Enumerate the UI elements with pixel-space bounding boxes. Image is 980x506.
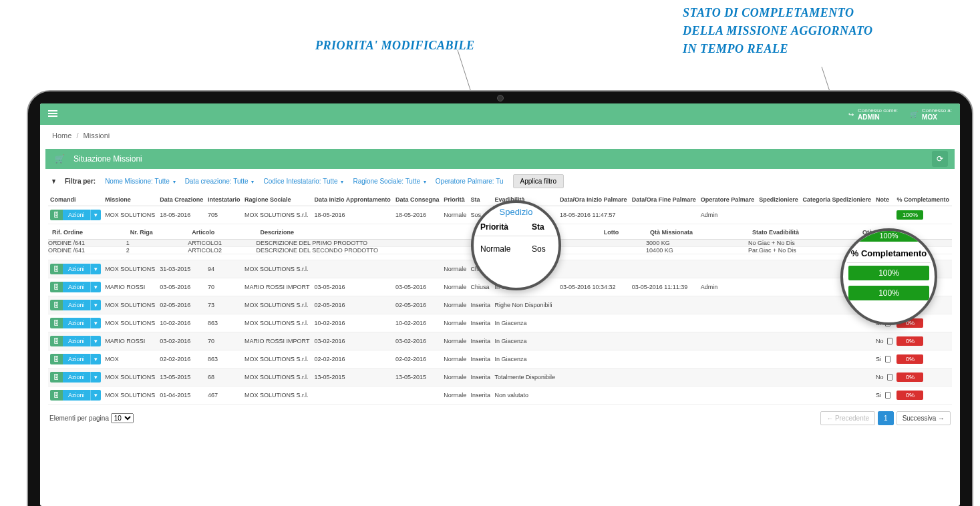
doc-icon (887, 338, 892, 344)
apply-filter-button[interactable]: Applica filtro (513, 174, 564, 188)
cell-start: 13-05-2015 (312, 368, 393, 387)
cell-catsped (800, 350, 874, 368)
archive-icon[interactable]: 🗄 (50, 390, 63, 401)
cell-priority: Normale (442, 278, 468, 296)
cell-code: 94 (206, 260, 242, 278)
cell-op (699, 350, 757, 368)
actions-caret[interactable]: ▾ (90, 372, 101, 383)
cell-date: 18-05-2016 (158, 206, 206, 224)
archive-icon[interactable]: 🗄 (50, 210, 63, 220)
dcell-ref: ORDINE /641 (48, 247, 126, 254)
dcell-art: ARTICOLO1 (188, 240, 256, 247)
filter-code[interactable]: Codice Intestatario: Tutte (263, 178, 343, 185)
dcol-lot: Lotto (600, 226, 646, 240)
cell-date: 31-03-2015 (158, 260, 206, 278)
actions-button[interactable]: Azioni (63, 282, 90, 292)
cell-pend (630, 387, 699, 405)
lens-pct-1: 100% (848, 266, 929, 280)
archive-icon[interactable]: 🗄 (50, 300, 63, 310)
actions-button[interactable]: Azioni (63, 210, 90, 220)
laptop-frame: ↪ Connesso come: ADMIN 🛒 Connesso a: MOX (27, 90, 973, 506)
col-intestatario: Intestatario (206, 194, 242, 206)
cell-code: 70 (206, 332, 242, 350)
filter-ragione[interactable]: Ragione Sociale: Tutte (353, 178, 426, 185)
archive-icon[interactable]: 🗄 (50, 372, 63, 383)
col-data-creazione: Data Creazione (158, 194, 206, 206)
cell-pend (630, 260, 699, 278)
row-actions[interactable]: 🗄 Azioni ▾ (50, 372, 101, 383)
cell-ragione: MOX SOLUTIONS S.r.l. (242, 296, 312, 314)
connection-button[interactable]: 🛒 Connesso a: MOX (910, 107, 952, 121)
cell-pstart: 03-05-2016 10:34:32 (558, 278, 630, 296)
cell-code: 863 (206, 314, 242, 332)
row-actions[interactable]: 🗄 Azioni ▾ (50, 390, 101, 401)
cell-date: 10-02-2016 (158, 314, 206, 332)
actions-button[interactable]: Azioni (63, 354, 90, 364)
row-actions[interactable]: 🗄 Azioni ▾ (50, 282, 101, 292)
col-palmare-start: Data/Ora Inizio Palmare (558, 194, 630, 206)
panel-header: 🛒 Situazione Missioni ⟳ (45, 149, 955, 169)
col-comandi: Comandi (48, 194, 103, 206)
cell-priority: Normale (442, 387, 468, 405)
actions-button[interactable]: Azioni (63, 372, 90, 383)
archive-icon[interactable]: 🗄 (50, 318, 63, 328)
cell-mission: MOX SOLUTIONS (103, 206, 158, 224)
actions-caret[interactable]: ▾ (90, 210, 101, 220)
cell-pstart (558, 260, 630, 278)
lens-val-state: Sos (532, 244, 552, 254)
col-ragione: Ragione Sociale (242, 194, 312, 206)
lens-val-priority: Normale (480, 244, 532, 254)
cell-code: 863 (206, 350, 242, 368)
row-actions[interactable]: 🗄 Azioni ▾ (50, 264, 101, 274)
actions-caret[interactable]: ▾ (90, 264, 101, 274)
cell-pstart (558, 296, 630, 314)
actions-button[interactable]: Azioni (63, 336, 90, 346)
actions-button[interactable]: Azioni (63, 318, 90, 328)
actions-button[interactable]: Azioni (63, 264, 90, 274)
actions-caret[interactable]: ▾ (90, 282, 101, 292)
cell-priority: Normale (442, 314, 468, 332)
actions-caret[interactable]: ▾ (90, 336, 101, 346)
actions-caret[interactable]: ▾ (90, 390, 101, 401)
cell-op (699, 296, 757, 314)
archive-icon[interactable]: 🗄 (50, 264, 63, 274)
dcol-qm: Qtà Missionata (646, 226, 748, 240)
next-page-button[interactable]: Successiva → (896, 411, 951, 425)
cell-start: 18-05-2016 (312, 206, 393, 224)
cell-op (699, 260, 757, 278)
row-actions[interactable]: 🗄 Azioni ▾ (50, 318, 101, 328)
actions-caret[interactable]: ▾ (90, 318, 101, 328)
actions-caret[interactable]: ▾ (90, 354, 101, 364)
actions-button[interactable]: Azioni (63, 300, 90, 310)
dcell-art: ARTICOLO2 (188, 247, 256, 254)
menu-button[interactable] (48, 109, 61, 119)
refresh-button[interactable]: ⟳ (932, 151, 948, 167)
per-page-label: Elementi per pagina (49, 415, 109, 422)
logout-button[interactable]: ↪ Connesso come: ADMIN (848, 107, 898, 121)
archive-icon[interactable]: 🗄 (50, 336, 63, 346)
cell-pstart (558, 368, 630, 387)
hamburger-icon (48, 109, 57, 118)
cell-ragione: MARIO ROSSI IMPORT (242, 278, 312, 296)
filter-creation-date[interactable]: Data creazione: Tutte (185, 178, 255, 185)
actions-button[interactable]: Azioni (63, 390, 90, 401)
row-actions[interactable]: 🗄 Azioni ▾ (50, 354, 101, 364)
row-actions[interactable]: 🗄 Azioni ▾ (50, 210, 101, 220)
breadcrumb-home[interactable]: Home (52, 132, 71, 140)
camera-icon (497, 95, 504, 101)
filter-mission-name[interactable]: Nome Missione: Tutte (105, 178, 176, 185)
row-actions[interactable]: 🗄 Azioni ▾ (50, 300, 101, 310)
filter-operator[interactable]: Operatore Palmare: Tu (436, 178, 504, 185)
cell-mission: MOX SOLUTIONS (103, 296, 158, 314)
archive-icon[interactable]: 🗄 (50, 282, 63, 292)
row-actions[interactable]: 🗄 Azioni ▾ (50, 336, 101, 346)
actions-caret[interactable]: ▾ (90, 300, 101, 310)
cell-ragione: MOX SOLUTIONS S.r.l. (242, 206, 312, 224)
page-1-button[interactable]: 1 (878, 411, 894, 425)
col-categoria-sped: Categoria Spedizioniere (800, 194, 874, 206)
archive-icon[interactable]: 🗄 (50, 354, 63, 364)
cell-op (699, 314, 757, 332)
per-page-select[interactable]: 10 (111, 413, 134, 423)
cell-op (699, 368, 757, 387)
prev-page-button[interactable]: ← Precedente (820, 411, 875, 425)
